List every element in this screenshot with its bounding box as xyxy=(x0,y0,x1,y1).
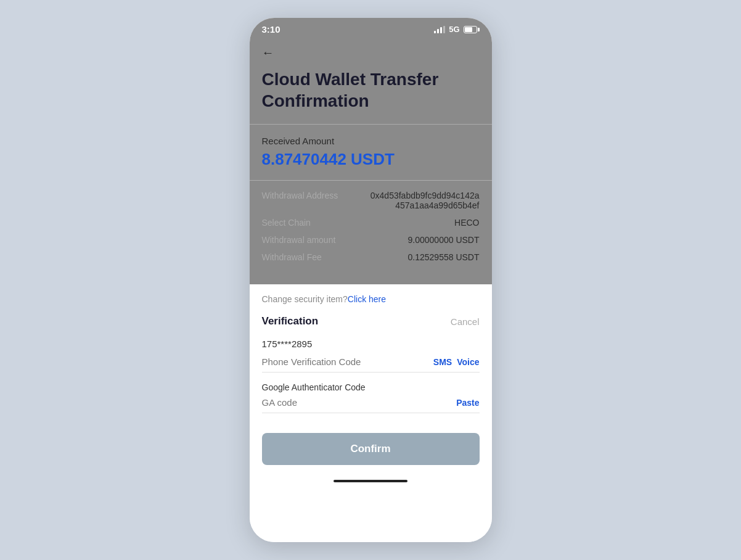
status-time: 3:10 xyxy=(262,24,280,35)
detail-row-amount: Withdrawal amount 9.00000000 USDT xyxy=(262,235,480,245)
paste-button[interactable]: Paste xyxy=(456,398,479,408)
phone-code-row: SMS Voice xyxy=(262,356,480,373)
verification-title: Verification xyxy=(262,315,319,327)
status-bar: 3:10 5G xyxy=(250,18,492,39)
network-label: 5G xyxy=(449,25,459,34)
detail-row-chain: Select Chain HECO xyxy=(262,218,480,228)
detail-value-address: 0x4d53fabdb9fc9dd94c142a457a1aa4a99d65b4… xyxy=(342,191,480,210)
detail-value-amount: 9.00000000 USDT xyxy=(342,235,480,245)
status-icons: 5G xyxy=(434,25,479,34)
top-section: ← Cloud Wallet Transfer Confirmation Rec… xyxy=(250,39,492,284)
detail-label-address: Withdrawal Address xyxy=(262,191,342,200)
detail-label-chain: Select Chain xyxy=(262,218,342,228)
verification-header: Verification Cancel xyxy=(262,315,480,327)
home-indicator xyxy=(262,475,480,490)
home-bar xyxy=(334,480,407,482)
bottom-section: Change security item?Click here Verifica… xyxy=(250,284,492,542)
confirm-button[interactable]: Confirm xyxy=(262,433,480,465)
voice-button[interactable]: Voice xyxy=(457,357,479,367)
ga-code-row: Paste xyxy=(262,397,480,413)
cancel-button[interactable]: Cancel xyxy=(451,316,480,327)
detail-row-address: Withdrawal Address 0x4d53fabdb9fc9dd94c1… xyxy=(262,191,480,210)
divider-2 xyxy=(250,180,492,181)
ga-label: Google Authenticator Code xyxy=(262,382,480,392)
phone-frame: 3:10 5G ← Cloud Wallet Transfer Confirma… xyxy=(250,18,492,542)
phone-code-input[interactable] xyxy=(262,356,428,367)
signal-icon xyxy=(434,26,445,33)
detail-label-amount: Withdrawal amount xyxy=(262,235,342,245)
divider-1 xyxy=(250,124,492,125)
page-title: Cloud Wallet Transfer Confirmation xyxy=(262,68,480,112)
back-button[interactable]: ← xyxy=(262,39,274,68)
phone-number-display: 175****2895 xyxy=(262,339,480,349)
detail-value-fee: 0.12529558 USDT xyxy=(342,252,480,262)
received-label: Received Amount xyxy=(262,136,480,146)
detail-label-fee: Withdrawal Fee xyxy=(262,252,342,262)
change-security-link[interactable]: Click here xyxy=(348,294,386,304)
detail-value-chain: HECO xyxy=(342,218,480,228)
change-security-text: Change security item?Click here xyxy=(262,294,480,304)
received-amount: 8.87470442 USDT xyxy=(262,150,480,169)
sms-button[interactable]: SMS xyxy=(433,357,452,367)
detail-row-fee: Withdrawal Fee 0.12529558 USDT xyxy=(262,252,480,262)
battery-icon xyxy=(464,26,480,33)
ga-code-input[interactable] xyxy=(262,397,452,408)
